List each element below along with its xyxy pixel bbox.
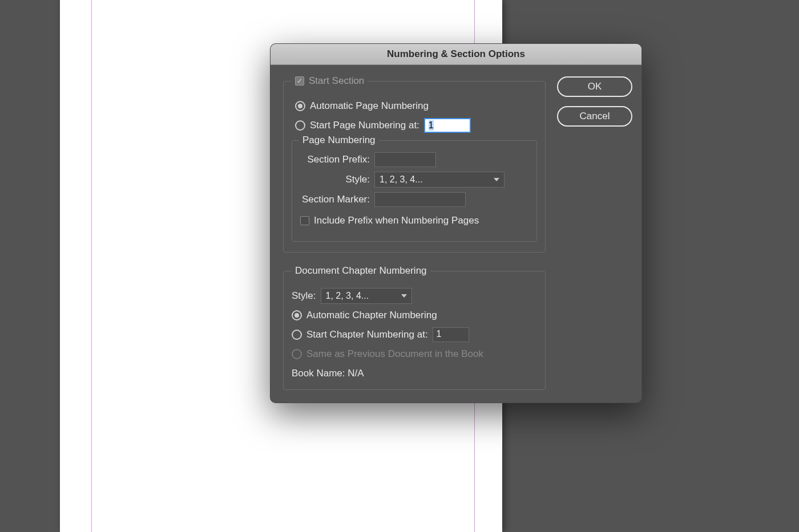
start-chapter-row: Start Chapter Numbering at: 1 — [292, 327, 537, 343]
section-marker-input[interactable] — [374, 192, 466, 207]
auto-chapter-row: Automatic Chapter Numbering — [292, 307, 537, 323]
chapter-style-label: Style: — [292, 290, 316, 302]
book-name-label: Book Name: N/A — [292, 368, 537, 379]
auto-page-numbering-radio[interactable] — [295, 101, 305, 111]
start-section-legend: Start Section — [292, 75, 368, 87]
start-page-numbering-radio[interactable] — [295, 120, 305, 131]
chapter-style-row: Style: 1, 2, 3, 4... — [292, 288, 537, 304]
page-style-row: Style: 1, 2, 3, 4... — [300, 172, 528, 188]
section-prefix-label: Section Prefix: — [300, 154, 374, 165]
dialog-titlebar[interactable]: Numbering & Section Options — [271, 44, 641, 65]
chapter-style-select[interactable]: 1, 2, 3, 4... — [321, 288, 412, 304]
same-prev-row: Same as Previous Document in the Book — [292, 346, 537, 362]
auto-page-numbering-label: Automatic Page Numbering — [310, 100, 429, 112]
document-chapter-legend: Document Chapter Numbering — [292, 265, 430, 277]
start-chapter-radio[interactable] — [292, 330, 302, 340]
dialog-title: Numbering & Section Options — [387, 48, 525, 60]
numbering-section-options-dialog: Numbering & Section Options Start Sectio… — [270, 43, 642, 403]
dialog-main-column: Start Section Automatic Page Numbering S… — [283, 75, 546, 390]
chevron-down-icon — [401, 294, 407, 298]
start-chapter-input[interactable]: 1 — [433, 327, 469, 342]
same-prev-label: Same as Previous Document in the Book — [306, 348, 483, 360]
start-page-numbering-label: Start Page Numbering at: — [310, 120, 419, 131]
dialog-button-column: OK Cancel — [546, 75, 631, 390]
auto-chapter-radio[interactable] — [292, 310, 302, 320]
section-prefix-input[interactable] — [374, 152, 436, 167]
include-prefix-checkbox[interactable] — [300, 216, 309, 225]
include-prefix-label: Include Prefix when Numbering Pages — [314, 215, 479, 226]
start-page-numbering-input[interactable]: 1 — [424, 118, 471, 133]
section-marker-row: Section Marker: — [300, 192, 528, 207]
auto-chapter-label: Automatic Chapter Numbering — [306, 310, 437, 321]
chevron-down-icon — [494, 178, 499, 181]
start-section-group: Start Section Automatic Page Numbering S… — [283, 75, 546, 253]
ok-button[interactable]: OK — [557, 76, 632, 97]
cancel-button[interactable]: Cancel — [557, 106, 632, 127]
include-prefix-row: Include Prefix when Numbering Pages — [300, 213, 528, 229]
auto-page-numbering-row: Automatic Page Numbering — [292, 98, 537, 114]
start-section-label: Start Section — [309, 75, 364, 87]
start-chapter-label: Start Chapter Numbering at: — [306, 329, 428, 340]
section-marker-label: Section Marker: — [300, 194, 374, 205]
page-numbering-legend: Page Numbering — [299, 135, 379, 146]
dialog-body: Start Section Automatic Page Numbering S… — [271, 65, 641, 403]
start-section-checkbox[interactable] — [295, 76, 304, 86]
page-style-label: Style: — [300, 174, 374, 185]
page-style-value: 1, 2, 3, 4... — [380, 174, 423, 185]
page-style-select[interactable]: 1, 2, 3, 4... — [374, 172, 505, 188]
page-numbering-group: Page Numbering Section Prefix: Style: 1,… — [292, 140, 537, 242]
same-prev-radio — [292, 349, 302, 359]
start-page-numbering-row: Start Page Numbering at: 1 — [292, 117, 537, 133]
chapter-style-value: 1, 2, 3, 4... — [326, 291, 369, 301]
document-chapter-group: Document Chapter Numbering Style: 1, 2, … — [283, 265, 546, 390]
section-prefix-row: Section Prefix: — [300, 152, 528, 167]
